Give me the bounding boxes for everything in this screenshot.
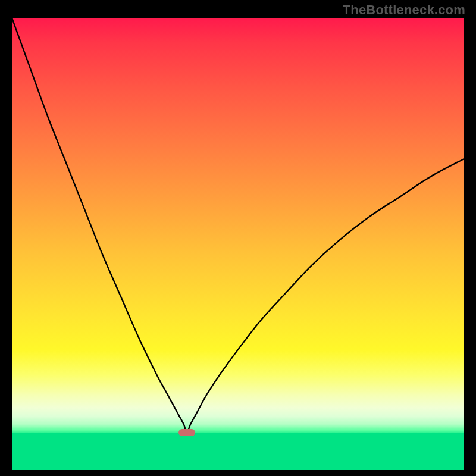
chart-frame: TheBottleneck.com bbox=[0, 0, 476, 476]
watermark-text: TheBottleneck.com bbox=[343, 2, 465, 18]
curve-layer bbox=[12, 18, 464, 470]
plot-area bbox=[12, 18, 464, 470]
min-point-marker bbox=[178, 429, 195, 436]
bottleneck-curve bbox=[12, 18, 464, 433]
